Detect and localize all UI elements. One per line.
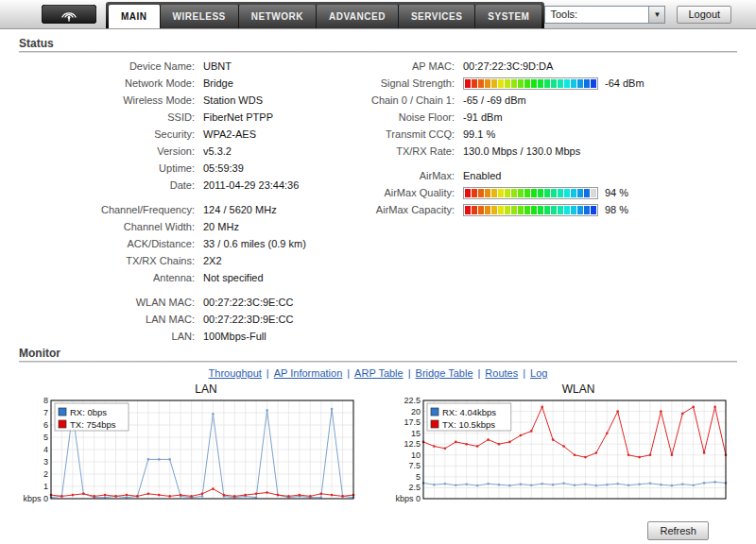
field-value: 130.0 Mbps / 130.0 Mbps	[463, 145, 580, 157]
link-separator: |	[347, 367, 350, 379]
field-label: AirMax:	[369, 170, 463, 181]
lan-throughput-chart: 12345678kbps 0RX: 0bpsTX: 754bps	[19, 397, 357, 514]
svg-text:4: 4	[43, 445, 48, 454]
svg-text:10: 10	[411, 450, 421, 460]
field-label: Antenna:	[19, 272, 203, 283]
status-row: WLAN MAC:00:27:22:3C:9E:CC	[19, 294, 369, 311]
field-label: Channel Width:	[19, 221, 203, 232]
tools-dropdown[interactable]: Tools: ▼	[544, 6, 665, 24]
status-row: ACK/Distance:33 / 0.6 miles (0.9 km)	[19, 235, 369, 252]
status-row: Network Mode:Bridge	[19, 75, 369, 92]
monitor-link-arp-table[interactable]: ARP Table	[354, 367, 404, 379]
field-label: Wireless Mode:	[19, 94, 203, 106]
field-value: 99.1 %	[463, 128, 495, 140]
field-value: 00:27:22:3D:9E:CC	[203, 314, 293, 325]
field-label: Noise Floor:	[369, 111, 463, 123]
lan-chart-title: LAN	[19, 382, 365, 396]
link-separator: |	[523, 367, 525, 379]
monitor-links: Throughput|AP Information|ARP Table|Brid…	[19, 367, 737, 379]
field-value: 05:59:39	[203, 162, 244, 174]
svg-text:2.5: 2.5	[408, 483, 421, 492]
status-row: SSID:FiberNet PTPP	[19, 109, 369, 126]
status-row: LAN:100Mbps-Full	[19, 328, 369, 345]
wlan-chart-panel: WLAN 2.557.51012.51517.52022.5kbps 0RX: …	[391, 382, 737, 518]
signal-meter	[463, 77, 598, 90]
field-value: WPA2-AES	[203, 128, 256, 140]
field-label: LAN:	[19, 331, 203, 342]
top-bar: MAINWIRELESSNETWORKADVANCEDSERVICESSYSTE…	[0, 0, 756, 29]
field-label: TX/RX Rate:	[369, 145, 463, 157]
monitor-link-routes[interactable]: Routes	[485, 367, 518, 379]
tab-network[interactable]: NETWORK	[239, 5, 317, 28]
svg-text:7: 7	[43, 408, 48, 417]
field-label: ACK/Distance:	[19, 238, 203, 249]
field-value: 94 %	[605, 187, 628, 198]
field-value: 20 MHz	[203, 221, 239, 232]
monitor-link-bridge-table[interactable]: Bridge Table	[416, 367, 473, 379]
refresh-button[interactable]: Refresh	[647, 521, 709, 540]
status-row: Device Name:UBNT	[19, 58, 369, 75]
status-left-column: Device Name:UBNTNetwork Mode:BridgeWirel…	[19, 58, 369, 345]
field-value: 124 / 5620 MHz	[203, 204, 277, 215]
svg-text:15: 15	[411, 429, 421, 438]
tools-dropdown-value: Tools:	[545, 8, 648, 20]
field-value: Not specified	[203, 272, 264, 283]
status-row: AP MAC:00:27:22:3C:9D:DA	[369, 58, 737, 75]
field-value: 100Mbps-Full	[203, 331, 266, 342]
svg-text:TX: 10.5kbps: TX: 10.5kbps	[442, 419, 495, 430]
link-separator: |	[266, 367, 269, 379]
status-columns: Device Name:UBNTNetwork Mode:BridgeWirel…	[19, 58, 737, 345]
svg-text:22.5: 22.5	[404, 397, 421, 405]
monitor-link-ap-information[interactable]: AP Information	[274, 367, 343, 379]
field-label: Version:	[19, 145, 203, 157]
status-row: Channel/Frequency:124 / 5620 MHz	[19, 201, 369, 218]
status-row: Wireless Mode:Station WDS	[19, 92, 369, 109]
field-value: Bridge	[203, 77, 233, 89]
field-value: -64 dBm	[605, 77, 644, 89]
field-label: AirMax Quality:	[369, 187, 463, 198]
field-value: Enabled	[463, 170, 501, 181]
svg-text:kbps 0: kbps 0	[395, 494, 421, 503]
status-row: AirMax Quality:94 %	[369, 184, 737, 201]
tab-advanced[interactable]: ADVANCED	[317, 5, 399, 28]
status-row: Channel Width:20 MHz	[19, 218, 369, 235]
tab-main[interactable]: MAIN	[109, 5, 161, 28]
field-label: Network Mode:	[19, 77, 203, 89]
tab-wireless[interactable]: WIRELESS	[161, 5, 239, 28]
svg-text:3: 3	[43, 457, 48, 467]
divider	[19, 361, 737, 363]
tab-system[interactable]: SYSTEM	[475, 5, 541, 28]
svg-text:kbps 0: kbps 0	[23, 494, 48, 503]
monitor-link-throughput[interactable]: Throughput	[209, 367, 262, 379]
throughput-charts: LAN 12345678kbps 0RX: 0bpsTX: 754bps WLA…	[19, 382, 737, 518]
field-label: SSID:	[19, 111, 203, 123]
tab-services[interactable]: SERVICES	[399, 5, 475, 28]
status-section-title: Status	[19, 37, 737, 50]
status-row: Version:v5.3.2	[19, 143, 369, 160]
wlan-throughput-chart: 2.557.51012.51517.52022.5kbps 0RX: 4.04k…	[391, 397, 730, 514]
dropdown-arrow-icon[interactable]: ▼	[648, 7, 664, 23]
field-value: 00:27:22:3C:9E:CC	[203, 297, 293, 308]
svg-text:2: 2	[43, 469, 48, 479]
field-value: 2X2	[203, 255, 222, 266]
field-label: TX/RX Chains:	[19, 255, 203, 266]
status-row: Security:WPA2-AES	[19, 126, 369, 143]
field-label: Transmit CCQ:	[369, 128, 463, 140]
field-label: Device Name:	[19, 60, 203, 72]
svg-text:TX: 754bps: TX: 754bps	[70, 419, 116, 430]
main-content: Status Device Name:UBNTNetwork Mode:Brid…	[0, 29, 756, 540]
field-value: 98 %	[605, 204, 628, 215]
logout-button[interactable]: Logout	[677, 6, 731, 24]
status-row: TX/RX Chains:2X2	[19, 252, 369, 269]
status-right-column: AP MAC:00:27:22:3C:9D:DASignal Strength:…	[369, 58, 737, 345]
link-separator: |	[478, 367, 481, 379]
monitor-link-log[interactable]: Log	[530, 367, 547, 379]
signal-meter	[463, 204, 598, 216]
field-label: Channel/Frequency:	[19, 204, 203, 215]
field-label: AP MAC:	[369, 60, 463, 72]
antenna-icon	[42, 5, 96, 24]
status-row: LAN MAC:00:27:22:3D:9E:CC	[19, 311, 369, 328]
field-value: FiberNet PTPP	[203, 111, 273, 123]
field-value: 33 / 0.6 miles (0.9 km)	[203, 238, 306, 249]
status-row: TX/RX Rate:130.0 Mbps / 130.0 Mbps	[369, 143, 737, 160]
